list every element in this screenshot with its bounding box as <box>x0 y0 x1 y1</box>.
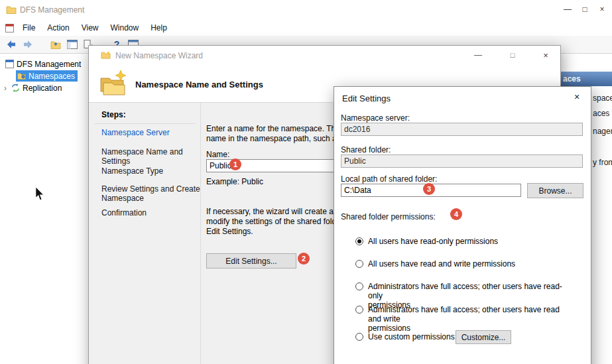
radio-read-only-permissions[interactable]: All users have read-only permissions <box>355 237 498 246</box>
wizard-page-heading: Namespace Name and Settings <box>135 80 263 90</box>
actions-pane-item[interactable]: nagen <box>593 127 612 136</box>
menu-action[interactable]: Action <box>41 21 75 34</box>
console-icon <box>5 24 14 32</box>
edit-settings-title: Edit Settings <box>342 93 391 103</box>
edit-settings-dialog: Edit Settings × Namespace server: Shared… <box>334 86 591 364</box>
step-namespace-name-and-settings: Namespace Name and Settings <box>101 147 201 166</box>
edit-settings-button[interactable]: Edit Settings... <box>206 253 296 269</box>
screen: DFS Management — □ × File Action View Wi… <box>0 0 612 364</box>
namespace-server-field <box>341 123 583 136</box>
step-namespace-type: Namespace Type <box>101 166 201 176</box>
radio-label: Use custom permissions: <box>368 332 457 341</box>
up-folder-icon[interactable] <box>50 39 62 50</box>
wizard-title: New Namespace Wizard <box>115 51 203 60</box>
name-example-text: Example: Public <box>206 177 263 186</box>
note-line: Edit Settings. <box>206 227 351 237</box>
main-window-controls: — □ × <box>559 3 611 16</box>
maximize-button[interactable]: □ <box>576 3 593 16</box>
namespace-server-label: Namespace server: <box>341 113 410 123</box>
shared-folder-field <box>341 154 583 168</box>
menu-help[interactable]: Help <box>145 21 173 34</box>
tree-item-label: Replication <box>23 84 62 93</box>
intro-line: Enter a name for the namespace. This na <box>206 124 353 134</box>
chevron-right-icon[interactable]: › <box>4 84 9 93</box>
shared-folder-permissions-label: Shared folder permissions: <box>341 212 436 221</box>
name-label: Name: <box>206 150 229 159</box>
actions-pane-item[interactable]: y from <box>593 158 612 167</box>
steps-title: Steps: <box>101 110 126 119</box>
menu-view[interactable]: View <box>76 21 105 34</box>
actions-pane-header: aces <box>561 72 612 86</box>
forward-icon[interactable] <box>22 39 34 50</box>
tree-item-dfs-management[interactable]: DFS Management <box>5 58 81 70</box>
namespaces-icon <box>17 72 26 80</box>
wizard-maximize-button[interactable]: □ <box>501 48 524 62</box>
menu-window[interactable]: Window <box>105 21 145 34</box>
actions-pane-item[interactable]: space... <box>593 93 612 103</box>
shared-folder-label: Shared folder: <box>341 145 391 154</box>
radio-label: Administrators have full access; other u… <box>368 305 567 333</box>
callout-badge-2: 2 <box>298 253 310 265</box>
step-review-settings: Review Settings and Create Namespace <box>101 184 201 203</box>
app-folder-icon <box>6 5 17 16</box>
radio-button-icon <box>355 260 363 268</box>
radio-read-write-permissions[interactable]: All users have read and write permission… <box>355 259 515 269</box>
intro-line: name in the namespace path, such as \\ <box>206 134 353 144</box>
note-line: modify the settings of the shared folder… <box>206 217 351 227</box>
radio-admins-full-users-read-write[interactable]: Administrators have full access; other u… <box>355 305 567 333</box>
main-titlebar: DFS Management — □ × <box>0 0 612 20</box>
radio-button-icon <box>355 306 363 314</box>
step-confirmation: Confirmation <box>101 208 201 217</box>
console-root-icon <box>5 60 14 68</box>
wizard-note-text: If necessary, the wizard will create a s… <box>206 207 351 237</box>
callout-badge-4: 4 <box>450 208 462 220</box>
namespace-wizard-icon <box>98 69 129 100</box>
note-line: If necessary, the wizard will create a s… <box>206 207 351 217</box>
back-icon[interactable] <box>5 39 17 50</box>
radio-button-icon <box>355 282 363 290</box>
radio-button-icon <box>355 237 363 245</box>
callout-badge-3: 3 <box>423 183 435 195</box>
browse-button[interactable]: Browse... <box>527 183 583 198</box>
wizard-close-button[interactable]: × <box>534 48 557 62</box>
main-window-title: DFS Management <box>20 5 84 15</box>
menu-file[interactable]: File <box>17 21 41 34</box>
customize-button: Customize... <box>456 330 511 344</box>
radio-use-custom-permissions[interactable]: Use custom permissions: <box>355 332 457 341</box>
edit-settings-close-button[interactable]: × <box>571 91 583 102</box>
minimize-button[interactable]: — <box>559 3 576 16</box>
local-path-label: Local path of shared folder: <box>341 174 437 184</box>
tree-item-label: DFS Management <box>17 60 81 69</box>
tree-item-label: Namespaces <box>29 72 75 81</box>
show-console-tree-icon[interactable] <box>66 39 78 50</box>
radio-label: All users have read and write permission… <box>368 259 515 269</box>
radio-button-icon <box>355 333 363 341</box>
divider <box>94 123 196 124</box>
wizard-intro-text: Enter a name for the namespace. This na … <box>206 124 353 144</box>
actions-pane-item[interactable]: aces t <box>593 109 612 118</box>
menu-bar: File Action View Window Help <box>0 20 612 36</box>
callout-badge-1: 1 <box>229 158 241 170</box>
wizard-titlebar: New Namespace Wizard — □ × <box>89 46 560 65</box>
step-namespace-server[interactable]: Namespace Server <box>101 128 201 137</box>
tree-item-replication[interactable]: › Replication <box>4 82 62 93</box>
replication-icon <box>11 84 20 92</box>
radio-label: All users have read-only permissions <box>368 237 498 246</box>
console-tree: DFS Management Namespaces › Replication <box>0 54 88 364</box>
wizard-minimize-button[interactable]: — <box>467 48 489 62</box>
tree-item-namespaces[interactable]: Namespaces <box>16 70 78 82</box>
close-button[interactable]: × <box>593 3 611 16</box>
divider <box>200 103 201 364</box>
wizard-titlebar-icon <box>101 50 111 61</box>
